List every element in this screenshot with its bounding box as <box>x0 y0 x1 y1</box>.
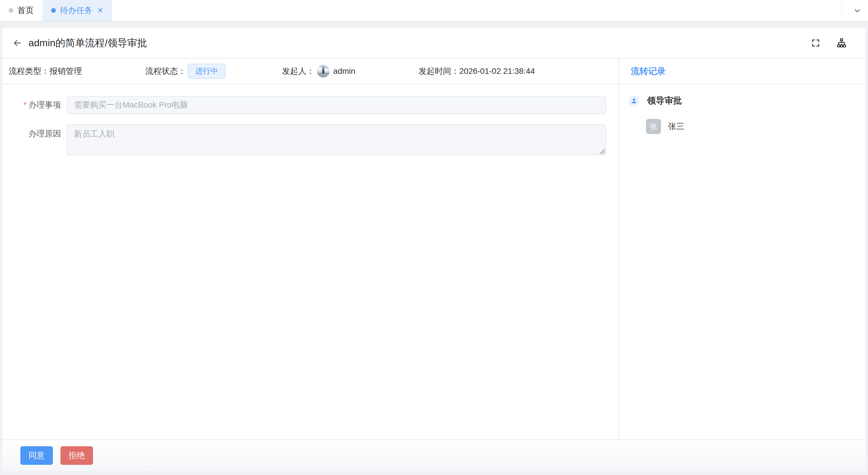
meta-process-status: 流程状态： 进行中 <box>145 64 282 78</box>
fullscreen-icon[interactable] <box>811 38 820 48</box>
process-meta-row: 流程类型： 报销管理 流程状态： 进行中 发起人： <box>2 59 619 84</box>
tabbar-divider <box>841 0 842 22</box>
task-form: *办理事项 办理原因 新员工入职 <box>2 84 619 440</box>
tab-home[interactable]: 首页 <box>0 0 42 21</box>
tab-label: 待办任务 <box>60 5 92 16</box>
tab-status-dot <box>9 8 13 13</box>
meta-start-time: 发起时间： 2026-01-02 21:38:44 <box>418 66 619 77</box>
node-title: 领导审批 <box>647 95 682 107</box>
meta-label: 发起人： <box>282 66 314 77</box>
status-badge: 进行中 <box>188 64 225 78</box>
back-arrow-icon[interactable] <box>12 38 23 48</box>
tab-bar: 首页 待办任务 ✕ <box>0 0 868 22</box>
avatar <box>317 65 330 77</box>
tab-close-icon[interactable]: ✕ <box>97 7 103 14</box>
textarea-resize-handle[interactable] <box>600 149 605 154</box>
assignee-name: 张三 <box>668 121 684 132</box>
tab-label: 首页 <box>18 5 34 16</box>
tab-todo-tasks[interactable]: 待办任务 ✕ <box>42 0 112 21</box>
reason-textarea[interactable]: 新员工入职 <box>67 124 606 155</box>
meta-initiator: 发起人： <box>282 65 418 77</box>
meta-label: 流程状态： <box>145 66 186 77</box>
card-header: admin的简单流程/领导审批 <box>2 28 866 59</box>
panel-title: 流转记录 <box>631 65 666 77</box>
tab-status-dot <box>51 8 56 13</box>
task-detail-card: admin的简单流程/领导审批 流程类型： 报销管理 流程状态： 进行中 <box>2 28 866 471</box>
meta-label: 发起时间： <box>418 66 459 77</box>
page-title: admin的简单流程/领导审批 <box>29 36 147 50</box>
field-label: *办理事项 <box>2 99 61 111</box>
form-row-matter: *办理事项 <box>2 96 619 114</box>
field-label: 办理原因 <box>2 124 61 139</box>
assignee-avatar: 张 <box>646 119 661 134</box>
chevron-down-icon[interactable] <box>853 6 862 15</box>
assignee-item: 张 张三 <box>646 119 866 134</box>
meta-label: 流程类型： <box>9 66 50 77</box>
meta-process-type: 流程类型： 报销管理 <box>9 66 145 77</box>
matter-input[interactable] <box>67 96 606 114</box>
approve-button[interactable]: 同意 <box>20 446 53 465</box>
flow-record-node: 领导审批 <box>628 95 866 107</box>
required-marker: * <box>24 100 27 109</box>
form-row-reason: 办理原因 新员工入职 <box>2 124 619 155</box>
meta-value: 报销管理 <box>50 66 82 77</box>
meta-value: admin <box>333 67 355 76</box>
flow-chart-icon[interactable] <box>836 37 847 49</box>
panel-header: 流转记录 <box>619 59 866 84</box>
reject-button[interactable]: 拒绝 <box>60 446 93 465</box>
user-icon <box>628 95 640 106</box>
meta-value: 2026-01-02 21:38:44 <box>459 67 535 76</box>
action-footer: 同意 拒绝 <box>2 440 866 471</box>
flow-record-panel: 流转记录 领导审批 张 张三 <box>619 59 866 440</box>
